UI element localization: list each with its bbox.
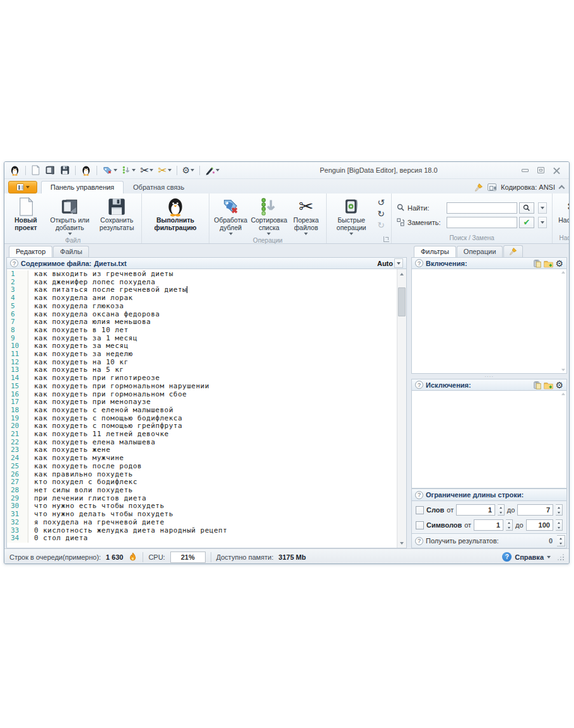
quick-operations-button[interactable]: Быстрые операции: [329, 195, 374, 236]
maximize-button[interactable]: [537, 167, 544, 173]
editor-line[interactable]: 14как похудеть при гипотиреозе: [7, 374, 397, 383]
excludes-list[interactable]: [411, 391, 567, 488]
chars-to-input[interactable]: 100: [526, 519, 553, 531]
gear-icon[interactable]: ⚙: [555, 259, 563, 268]
editor-line[interactable]: 28нет силы воли похудеть: [7, 487, 397, 495]
sort-quick-button[interactable]: [120, 165, 137, 176]
paste-icon[interactable]: [533, 381, 542, 390]
tab-control-panel[interactable]: Панель управления: [41, 181, 124, 194]
editor-vertical-scrollbar[interactable]: [397, 269, 406, 548]
panel-splitter[interactable]: ····: [411, 374, 567, 379]
resize-grip-icon[interactable]: [558, 554, 564, 560]
sort-list-button[interactable]: Сортировка списка: [250, 195, 288, 236]
replace-input[interactable]: [447, 217, 517, 228]
tab-filters[interactable]: Фильтры: [414, 246, 456, 257]
editor-line[interactable]: 32я похудела на гречневой диете: [7, 519, 397, 527]
scroll-up-arrow[interactable]: [561, 393, 565, 395]
dedupe-quick-button[interactable]: [101, 165, 119, 176]
penguin-app-icon[interactable]: [8, 165, 21, 176]
editor-line[interactable]: 25как похудеть после родов: [7, 463, 397, 471]
open-button[interactable]: [44, 165, 57, 176]
auto-dropdown[interactable]: [394, 258, 403, 268]
editor-line[interactable]: 5как похудела глюкоза: [7, 303, 397, 311]
editor-line[interactable]: 1как выходить из гречневой диеты: [7, 270, 397, 279]
find-button[interactable]: [519, 202, 534, 214]
find-input[interactable]: [447, 202, 517, 214]
words-to-input[interactable]: 7: [517, 504, 553, 516]
editor-line[interactable]: 340 стол диета: [7, 534, 397, 543]
help-label[interactable]: Справка: [515, 553, 544, 561]
editor-line[interactable]: 15как похудеть при гормональном нарушени…: [7, 383, 397, 391]
results-spinner[interactable]: [557, 535, 565, 546]
redo-icon[interactable]: ↻: [375, 208, 387, 219]
chars-to-spinner[interactable]: [556, 519, 563, 531]
scrollbar-track[interactable]: [397, 279, 406, 538]
editor-line[interactable]: 18как похудеть с еленой малышевой: [7, 407, 397, 415]
encoding-label[interactable]: Кодировка: ANSI: [501, 183, 555, 191]
settings-quick-button[interactable]: ⚙: [181, 165, 196, 175]
scroll-down-arrow[interactable]: [397, 538, 406, 548]
editor-lines[interactable]: 1как выходить из гречневой диеты2как дже…: [7, 269, 397, 548]
application-menu-button[interactable]: [8, 181, 37, 194]
question-icon[interactable]: ?: [415, 537, 423, 545]
words-from-spinner[interactable]: [498, 504, 505, 516]
line-text: как похудела ани лорак: [28, 294, 133, 303]
replace-button[interactable]: ✔: [519, 217, 534, 228]
brush-icon[interactable]: [474, 183, 483, 192]
question-icon[interactable]: ?: [415, 491, 423, 499]
tab-operations[interactable]: Операции: [457, 246, 503, 257]
question-icon[interactable]: ?: [10, 259, 18, 267]
editor-line[interactable]: 21как похудеть 11 летней девочке: [7, 430, 397, 439]
edit-tools-quick-button[interactable]: [204, 165, 221, 176]
tab-editor[interactable]: Редактор: [9, 246, 52, 257]
save-button[interactable]: [59, 165, 71, 176]
undo-icon[interactable]: ↺: [375, 197, 387, 207]
find-options-dropdown[interactable]: [538, 202, 547, 214]
folder-add-icon[interactable]: [544, 259, 553, 268]
new-project-button[interactable]: Новый проект: [6, 195, 45, 236]
refresh-icon[interactable]: ↻: [375, 219, 387, 230]
open-or-add-button[interactable]: Открыть или добавить: [45, 195, 95, 236]
chars-from-spinner[interactable]: [506, 519, 513, 531]
tab-feedback[interactable]: Обратная связь: [124, 181, 194, 194]
tab-files[interactable]: Файлы: [53, 246, 89, 257]
settings-button[interactable]: ⚙ Настройки: [554, 195, 570, 234]
new-file-button[interactable]: [30, 165, 42, 176]
words-from-input[interactable]: 1: [456, 504, 495, 516]
chars-checkbox[interactable]: [416, 521, 424, 529]
editor-line[interactable]: 8как похудеть в 10 лет: [7, 326, 397, 335]
dialog-launcher-icon[interactable]: [384, 236, 389, 242]
cut-special-quick-button[interactable]: ✂: [156, 165, 172, 176]
content-area: Редактор Файлы ? Содержимое файла: Диеты…: [4, 244, 569, 548]
chars-from-input[interactable]: 1: [474, 519, 503, 531]
question-icon[interactable]: ?: [415, 381, 423, 389]
pen-icon: [205, 166, 215, 175]
minimize-button[interactable]: [522, 169, 529, 172]
editor-line[interactable]: 24как похудеть мужчине: [7, 454, 397, 463]
save-results-button[interactable]: Сохранить результаты: [94, 195, 139, 236]
paste-icon[interactable]: [533, 259, 542, 268]
replace-options-dropdown[interactable]: [538, 217, 547, 228]
scroll-down-arrow[interactable]: [561, 369, 565, 371]
collapse-ribbon-icon[interactable]: [559, 185, 565, 192]
editor-line[interactable]: 4как похудела ани лорак: [7, 294, 397, 303]
scrollbar-thumb[interactable]: [398, 287, 406, 316]
words-to-spinner[interactable]: [556, 504, 563, 516]
folder-add-icon[interactable]: [544, 381, 553, 390]
question-icon[interactable]: ?: [415, 259, 423, 267]
run-filter-button[interactable]: Выполнить фильтрацию: [144, 195, 207, 234]
help-icon[interactable]: ?: [502, 552, 512, 562]
gear-icon[interactable]: ⚙: [555, 381, 563, 390]
cut-files-quick-button[interactable]: ✂: [139, 165, 155, 176]
editor-line[interactable]: 31что нужно делать чтобы похудеть: [7, 511, 397, 519]
tab-brush[interactable]: [503, 245, 523, 257]
scroll-up-arrow[interactable]: [561, 271, 565, 274]
close-button[interactable]: [553, 167, 560, 174]
editor-line[interactable]: 11как похудеть за неделю: [7, 350, 397, 359]
words-checkbox[interactable]: [416, 506, 424, 514]
cut-files-button[interactable]: ✂ Порезка файлов: [288, 195, 324, 236]
run-filter-quick-button[interactable]: [79, 165, 93, 176]
scroll-up-arrow[interactable]: [397, 269, 406, 279]
includes-list[interactable]: [411, 269, 567, 374]
dedupe-button[interactable]: Обработка дублей: [211, 195, 250, 236]
